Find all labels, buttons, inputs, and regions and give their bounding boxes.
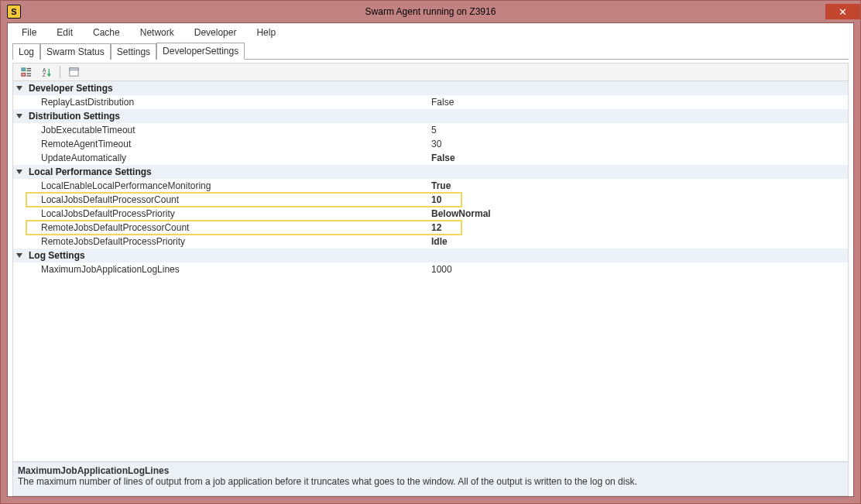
- property-row[interactable]: JobExecutableTimeout5: [13, 123, 848, 137]
- tab-log[interactable]: Log: [12, 43, 40, 60]
- property-row[interactable]: RemoteJobsDefaultProcessorCount12: [13, 221, 848, 235]
- expand-icon[interactable]: [13, 114, 26, 118]
- property-name: RemoteAgentTimeout: [26, 139, 428, 149]
- propertygrid-toolbar: AZ: [12, 63, 849, 81]
- property-name: LocalJobsDefaultProcessPriority: [26, 208, 428, 219]
- svg-rect-3: [21, 73, 25, 76]
- category-title: Developer Settings: [26, 83, 428, 94]
- property-row[interactable]: LocalJobsDefaultProcessPriorityBelowNorm…: [13, 207, 848, 221]
- menu-file[interactable]: File: [14, 24, 44, 41]
- property-value[interactable]: False: [428, 97, 848, 108]
- titlebar[interactable]: S Swarm Agent running on Z3916 ✕: [1, 1, 860, 22]
- svg-rect-9: [69, 67, 77, 70]
- property-value[interactable]: False: [428, 153, 848, 163]
- category-title: Distribution Settings: [26, 111, 428, 122]
- property-value[interactable]: True: [428, 180, 848, 191]
- svg-rect-1: [26, 67, 31, 68]
- svg-rect-5: [26, 75, 31, 76]
- property-value[interactable]: BelowNormal: [428, 208, 848, 219]
- property-name: LocalEnableLocalPerformanceMonitoring: [26, 180, 428, 191]
- property-value[interactable]: Idle: [428, 236, 848, 247]
- property-value[interactable]: 5: [428, 125, 848, 135]
- category-row[interactable]: Log Settings: [13, 249, 848, 262]
- description-title: MaximumJobApplicationLogLines: [18, 465, 843, 476]
- expand-icon[interactable]: [13, 253, 26, 258]
- menu-help[interactable]: Help: [249, 24, 283, 41]
- property-row[interactable]: UpdateAutomaticallyFalse: [13, 151, 848, 165]
- property-name: RemoteJobsDefaultProcessPriority: [26, 236, 428, 247]
- expand-icon[interactable]: [13, 170, 26, 174]
- property-row[interactable]: ReplayLastDistributionFalse: [13, 95, 848, 109]
- content-area: File Edit Cache Network Developer Help L…: [7, 22, 854, 497]
- tab-settings[interactable]: Settings: [111, 43, 156, 60]
- svg-text:Z: Z: [42, 72, 45, 77]
- menu-edit[interactable]: Edit: [49, 24, 81, 41]
- property-name: JobExecutableTimeout: [26, 125, 428, 135]
- property-name: ReplayLastDistribution: [26, 97, 428, 108]
- category-title: Log Settings: [26, 250, 428, 261]
- window-title: Swarm Agent running on Z3916: [1, 6, 860, 17]
- tab-developer-settings[interactable]: DeveloperSettings: [156, 43, 245, 60]
- svg-rect-2: [26, 70, 31, 70]
- toolbar-separator: [60, 66, 60, 78]
- svg-rect-4: [26, 73, 31, 74]
- property-value[interactable]: 12: [428, 222, 848, 233]
- menu-cache[interactable]: Cache: [85, 24, 128, 41]
- property-name: RemoteJobsDefaultProcessorCount: [26, 222, 428, 233]
- main-window: S Swarm Agent running on Z3916 ✕ File Ed…: [0, 0, 861, 504]
- property-grid-scroll[interactable]: Developer SettingsReplayLastDistribution…: [13, 81, 848, 461]
- menu-network[interactable]: Network: [132, 24, 182, 41]
- property-value[interactable]: 30: [428, 139, 848, 149]
- property-row[interactable]: LocalJobsDefaultProcessorCount10: [13, 193, 848, 207]
- property-value[interactable]: 10: [428, 194, 848, 205]
- property-row[interactable]: RemoteAgentTimeout30: [13, 137, 848, 151]
- property-name: LocalJobsDefaultProcessorCount: [26, 194, 428, 205]
- expand-icon[interactable]: [13, 86, 26, 91]
- menubar: File Edit Cache Network Developer Help: [8, 23, 853, 42]
- property-row[interactable]: RemoteJobsDefaultProcessPriorityIdle: [13, 235, 848, 249]
- property-row[interactable]: MaximumJobApplicationLogLines1000: [13, 262, 848, 276]
- app-icon: S: [7, 5, 21, 19]
- property-pages-icon[interactable]: [65, 65, 82, 79]
- description-text: The maximum number of lines of output fr…: [18, 476, 843, 487]
- property-grid: Developer SettingsReplayLastDistribution…: [12, 81, 849, 496]
- description-panel: MaximumJobApplicationLogLines The maximu…: [13, 461, 848, 495]
- tab-swarm-status[interactable]: Swarm Status: [40, 43, 111, 60]
- menu-developer[interactable]: Developer: [187, 24, 245, 41]
- svg-rect-0: [21, 67, 25, 70]
- property-row[interactable]: LocalEnableLocalPerformanceMonitoringTru…: [13, 179, 848, 193]
- property-value[interactable]: 1000: [428, 264, 848, 275]
- categorized-icon[interactable]: [18, 65, 35, 79]
- category-row[interactable]: Local Performance Settings: [13, 165, 848, 179]
- alphabetical-icon[interactable]: AZ: [38, 65, 55, 79]
- property-name: MaximumJobApplicationLogLines: [26, 264, 428, 275]
- category-row[interactable]: Developer Settings: [13, 81, 848, 95]
- close-button[interactable]: ✕: [825, 4, 860, 19]
- category-title: Local Performance Settings: [26, 166, 428, 177]
- category-row[interactable]: Distribution Settings: [13, 109, 848, 123]
- property-name: UpdateAutomatically: [26, 153, 428, 163]
- tabs: Log Swarm Status Settings DeveloperSetti…: [8, 42, 853, 59]
